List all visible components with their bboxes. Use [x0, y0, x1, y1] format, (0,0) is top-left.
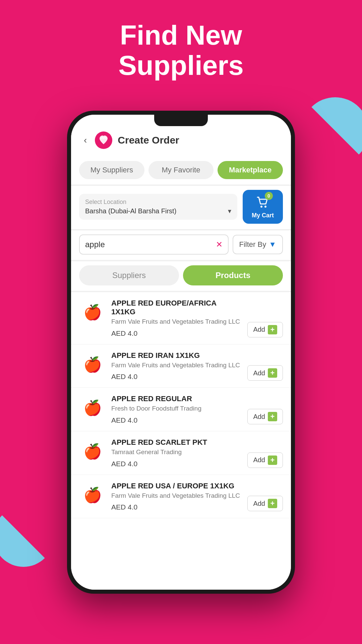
add-button-0[interactable]: Add + [247, 322, 283, 337]
add-plus-icon-4: + [268, 499, 277, 508]
tab-my-favorite[interactable]: My Favorite [148, 161, 214, 179]
cart-badge: 0 [265, 192, 273, 200]
product-name-4: APPLE RED USA / EUROPE 1X1KG [111, 482, 242, 490]
svg-point-1 [260, 206, 262, 208]
back-button[interactable]: ‹ [81, 132, 89, 148]
tabs-row: My Suppliers My Favorite Marketplace [71, 156, 291, 184]
location-cart-row: Select Location Barsha (Dubai-Al Barsha … [71, 186, 291, 229]
filter-label: Filter By [239, 240, 266, 249]
product-info-3: APPLE RED SCARLET PKT Tamraat General Tr… [111, 438, 242, 468]
filter-button[interactable]: Filter By ▼ [233, 235, 283, 254]
decorative-shape-top-right [302, 97, 362, 164]
product-info-4: APPLE RED USA / EUROPE 1X1KG Farm Vale F… [111, 482, 242, 512]
products-list: 🍎 APPLE RED EUROPE/AFRICA 1X1KG Farm Val… [71, 292, 291, 590]
product-info-1: APPLE RED IRAN 1X1KG Farm Vale Fruits an… [111, 351, 242, 381]
add-button-2[interactable]: Add + [247, 409, 283, 424]
phone-notch [154, 115, 208, 126]
phone-screen: ‹ Create Order My Suppliers My Favorite … [71, 115, 291, 590]
tab-my-suppliers[interactable]: My Suppliers [79, 161, 144, 179]
product-price-1: AED 4.0 [111, 373, 242, 381]
add-plus-icon-3: + [268, 455, 277, 465]
filter-icon: ▼ [269, 240, 276, 249]
search-input-wrap[interactable]: apple ✕ [79, 234, 229, 255]
add-label-1: Add [253, 369, 265, 377]
product-price-4: AED 4.0 [111, 503, 242, 511]
location-value: Barsha (Dubai-Al Barsha First) [85, 207, 176, 215]
product-image-2: 🍎 [79, 394, 106, 421]
chevron-down-icon: ▾ [228, 207, 231, 215]
page-title: Create Order [118, 135, 281, 146]
app-logo [95, 131, 112, 149]
product-name-2: APPLE RED REGULAR [111, 394, 242, 403]
product-image-1: 🍎 [79, 351, 106, 378]
search-input[interactable]: apple [85, 240, 213, 249]
product-info-2: APPLE RED REGULAR Fresh to Door Foodstuf… [111, 394, 242, 424]
svg-point-2 [264, 206, 266, 208]
add-label-0: Add [253, 326, 265, 333]
product-item-4: 🍎 APPLE RED USA / EUROPE 1X1KG Farm Vale… [71, 475, 291, 519]
add-plus-icon-2: + [268, 412, 277, 421]
add-plus-icon-0: + [268, 325, 277, 334]
add-button-3[interactable]: Add + [247, 452, 283, 468]
cart-label: My Cart [252, 212, 274, 219]
decorative-shape-bottom-left [0, 506, 54, 567]
product-image-3: 🍎 [79, 438, 106, 465]
location-value-row: Barsha (Dubai-Al Barsha First) ▾ [85, 207, 231, 215]
location-label: Select Location [85, 199, 231, 206]
product-supplier-3: Tamraat General Trading [111, 448, 242, 457]
add-button-4[interactable]: Add + [247, 496, 283, 511]
cart-icon-wrap: 0 [255, 195, 270, 211]
product-name-3: APPLE RED SCARLET PKT [111, 438, 242, 447]
product-item-3: 🍎 APPLE RED SCARLET PKT Tamraat General … [71, 431, 291, 475]
cart-button[interactable]: 0 My Cart [243, 190, 283, 224]
product-supplier-0: Farm Vale Fruits and Vegetables Trading … [111, 318, 242, 326]
tab-marketplace[interactable]: Marketplace [218, 161, 283, 179]
add-label-4: Add [253, 500, 265, 507]
toggle-row: Suppliers Products [71, 261, 291, 291]
product-image-4: 🍎 [79, 482, 106, 508]
product-item-0: 🍎 APPLE RED EUROPE/AFRICA 1X1KG Farm Val… [71, 292, 291, 344]
product-item-1: 🍎 APPLE RED IRAN 1X1KG Farm Vale Fruits … [71, 344, 291, 388]
add-label-2: Add [253, 413, 265, 421]
search-row: apple ✕ Filter By ▼ [71, 230, 291, 260]
phone-mockup: ‹ Create Order My Suppliers My Favorite … [67, 111, 295, 621]
product-name-0: APPLE RED EUROPE/AFRICA 1X1KG [111, 299, 242, 316]
app-content: ‹ Create Order My Suppliers My Favorite … [71, 115, 291, 590]
hero-heading: Find New Suppliers [0, 20, 362, 80]
product-item-2: 🍎 APPLE RED REGULAR Fresh to Door Foodst… [71, 388, 291, 431]
add-plus-icon-1: + [268, 368, 277, 378]
phone-frame: ‹ Create Order My Suppliers My Favorite … [67, 111, 295, 594]
product-price-3: AED 4.0 [111, 460, 242, 468]
product-supplier-4: Farm Vale Fruits and Vegetables Trading … [111, 492, 242, 500]
search-clear-button[interactable]: ✕ [216, 240, 223, 249]
product-supplier-1: Farm Vale Fruits and Vegetables Trading … [111, 361, 242, 370]
product-image-0: 🍎 [79, 299, 106, 326]
toggle-suppliers[interactable]: Suppliers [79, 265, 179, 285]
add-button-1[interactable]: Add + [247, 365, 283, 381]
add-label-3: Add [253, 456, 265, 464]
location-selector[interactable]: Select Location Barsha (Dubai-Al Barsha … [79, 194, 237, 220]
product-price-0: AED 4.0 [111, 329, 242, 337]
toggle-products[interactable]: Products [183, 265, 283, 285]
product-name-1: APPLE RED IRAN 1X1KG [111, 351, 242, 360]
product-supplier-2: Fresh to Door Foodstuff Trading [111, 405, 242, 413]
product-price-2: AED 4.0 [111, 416, 242, 424]
product-info-0: APPLE RED EUROPE/AFRICA 1X1KG Farm Vale … [111, 299, 242, 337]
